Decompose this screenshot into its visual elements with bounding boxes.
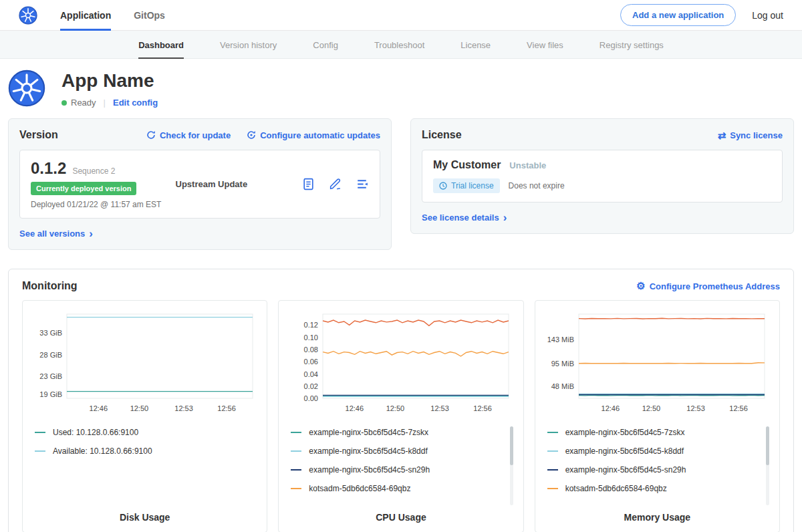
monitoring-panel: Monitoring ⚙ Configure Prometheus Addres… — [8, 269, 794, 532]
gear-icon: ⚙ — [636, 281, 645, 291]
sync-license-button[interactable]: ⇄ Sync license — [718, 130, 783, 140]
chart-legend: example-nginx-5bc6f5d4c5-7zskxexample-ng… — [287, 425, 515, 507]
chevron-right-icon: › — [89, 231, 93, 237]
legend-label: example-nginx-5bc6f5d4c5-7zskx — [309, 428, 428, 437]
app-kubernetes-icon — [8, 70, 45, 107]
edit-config-icon[interactable] — [328, 177, 342, 191]
svg-text:23 GiB: 23 GiB — [39, 372, 62, 380]
legend-item: example-nginx-5bc6f5d4c5-k8ddf — [547, 446, 761, 456]
tab-config[interactable]: Config — [313, 31, 338, 59]
configure-automatic-updates-button[interactable]: Configure automatic updates — [247, 130, 380, 140]
legend-dash — [291, 432, 301, 433]
tab-license[interactable]: License — [460, 31, 491, 59]
legend-label: example-nginx-5bc6f5d4c5-k8ddf — [309, 446, 427, 456]
refresh-icon — [146, 130, 156, 140]
svg-text:12:53: 12:53 — [430, 404, 449, 412]
legend-label: Used: 10.128.0.66:9100 — [53, 428, 138, 437]
logout-link[interactable]: Log out — [752, 10, 783, 21]
license-expiration: Does not expire — [509, 181, 565, 190]
svg-text:12:50: 12:50 — [386, 404, 405, 412]
app-header: App Name Ready | Edit config — [0, 59, 802, 118]
edit-config-link[interactable]: Edit config — [113, 98, 158, 108]
auto-update-icon — [247, 130, 256, 140]
status-text: Ready — [71, 98, 96, 108]
page-title: App Name — [61, 70, 158, 92]
legend-dash — [547, 469, 558, 471]
svg-text:48 MiB: 48 MiB — [551, 382, 574, 390]
monitoring-title: Monitoring — [22, 280, 78, 292]
top-navbar: Application GitOps Add a new application… — [0, 0, 802, 31]
check-for-update-button[interactable]: Check for update — [146, 130, 231, 140]
tab-registry-settings[interactable]: Registry settings — [599, 31, 664, 59]
configure-prometheus-button[interactable]: ⚙ Configure Prometheus Address — [636, 281, 780, 291]
legend-dash — [291, 488, 301, 489]
version-card-title: Version — [19, 129, 58, 141]
svg-text:12:46: 12:46 — [602, 404, 620, 412]
tab-troubleshoot[interactable]: Troubleshoot — [374, 31, 424, 59]
tab-view-files[interactable]: View files — [527, 31, 563, 59]
svg-text:12:56: 12:56 — [473, 404, 492, 412]
svg-text:12:53: 12:53 — [687, 404, 706, 412]
release-notes-icon[interactable] — [301, 177, 315, 191]
nav-tab-gitops[interactable]: GitOps — [134, 0, 165, 31]
legend-dash — [35, 450, 45, 452]
chart-title: Disk Usage — [31, 507, 259, 523]
trial-license-badge: Trial license — [433, 178, 500, 193]
see-all-versions-link[interactable]: See all versions › — [19, 229, 93, 239]
svg-text:143 MiB: 143 MiB — [547, 336, 574, 344]
version-sequence: Sequence 2 — [72, 166, 115, 176]
legend-item: example-nginx-5bc6f5d4c5-7zskx — [291, 428, 504, 437]
main-content: Version Check for update Configure autom… — [0, 118, 802, 532]
svg-text:12:56: 12:56 — [217, 404, 236, 412]
nav-tab-application[interactable]: Application — [60, 0, 111, 31]
legend-label: Available: 10.128.0.66:9100 — [53, 446, 152, 456]
divider: | — [104, 98, 106, 108]
legend-item: Used: 10.128.0.66:9100 — [35, 428, 248, 437]
legend-item: kotsadm-5db6dc6584-69qbz — [547, 484, 761, 493]
chart-card-disk-usage: 33 GiB28 GiB23 GiB19 GiB12:4612:5012:531… — [22, 300, 267, 532]
sync-icon: ⇄ — [718, 131, 726, 140]
svg-text:0.04: 0.04 — [304, 370, 318, 378]
upstream-update-label: Upstream Update — [173, 179, 301, 189]
chart-legend: Used: 10.128.0.66:9100Available: 10.128.… — [31, 425, 259, 507]
legend-dash — [291, 450, 301, 452]
legend-label: example-nginx-5bc6f5d4c5-7zskx — [565, 428, 685, 437]
svg-text:12:46: 12:46 — [346, 404, 364, 412]
navbar-right: Add a new application Log out — [620, 4, 783, 26]
version-number: 0.1.2 — [31, 159, 66, 178]
legend-label: example-nginx-5bc6f5d4c5-sn29h — [565, 465, 686, 475]
legend-item: example-nginx-5bc6f5d4c5-7zskx — [547, 428, 761, 437]
deploy-logs-icon[interactable] — [355, 177, 369, 191]
license-channel: Unstable — [509, 160, 546, 170]
svg-text:12:50: 12:50 — [130, 404, 148, 412]
svg-text:0.00: 0.00 — [304, 394, 318, 402]
app-subnav: Dashboard Version history Config Trouble… — [0, 31, 802, 59]
legend-dash — [547, 450, 558, 452]
svg-text:0.12: 0.12 — [304, 321, 318, 329]
svg-text:0.02: 0.02 — [304, 382, 318, 390]
legend-label: example-nginx-5bc6f5d4c5-sn29h — [309, 465, 430, 475]
svg-text:12:50: 12:50 — [642, 404, 661, 412]
tab-version-history[interactable]: Version history — [220, 31, 277, 59]
svg-text:19 GiB: 19 GiB — [39, 390, 62, 398]
svg-text:12:56: 12:56 — [730, 404, 749, 412]
navbar-tabs: Application GitOps — [60, 0, 188, 31]
svg-text:12:53: 12:53 — [174, 404, 193, 412]
kubernetes-logo-icon[interactable] — [19, 6, 37, 25]
see-license-details-link[interactable]: See license details › — [422, 213, 507, 223]
legend-label: example-nginx-5bc6f5d4c5-k8ddf — [565, 446, 684, 456]
svg-text:33 GiB: 33 GiB — [39, 329, 62, 337]
svg-text:12:46: 12:46 — [89, 404, 108, 412]
add-application-button[interactable]: Add a new application — [620, 4, 736, 26]
legend-scrollbar-thumb[interactable] — [510, 426, 513, 465]
current-version-box: 0.1.2 Sequence 2 Currently deployed vers… — [19, 150, 380, 219]
chart-card-memory-usage: 143 MiB95 MiB48 MiB12:4612:5012:5312:56e… — [535, 300, 780, 532]
legend-scrollbar-thumb[interactable] — [766, 426, 769, 465]
legend-dash — [291, 469, 301, 471]
license-card-title: License — [422, 129, 462, 141]
chart-legend: example-nginx-5bc6f5d4c5-7zskxexample-ng… — [543, 425, 771, 507]
chart-plot: 0.120.100.080.060.040.020.0012:4612:5012… — [288, 309, 514, 416]
legend-label: kotsadm-5db6dc6584-69qbz — [309, 484, 410, 493]
chart-title: Memory Usage — [543, 507, 771, 523]
tab-dashboard[interactable]: Dashboard — [138, 31, 184, 59]
